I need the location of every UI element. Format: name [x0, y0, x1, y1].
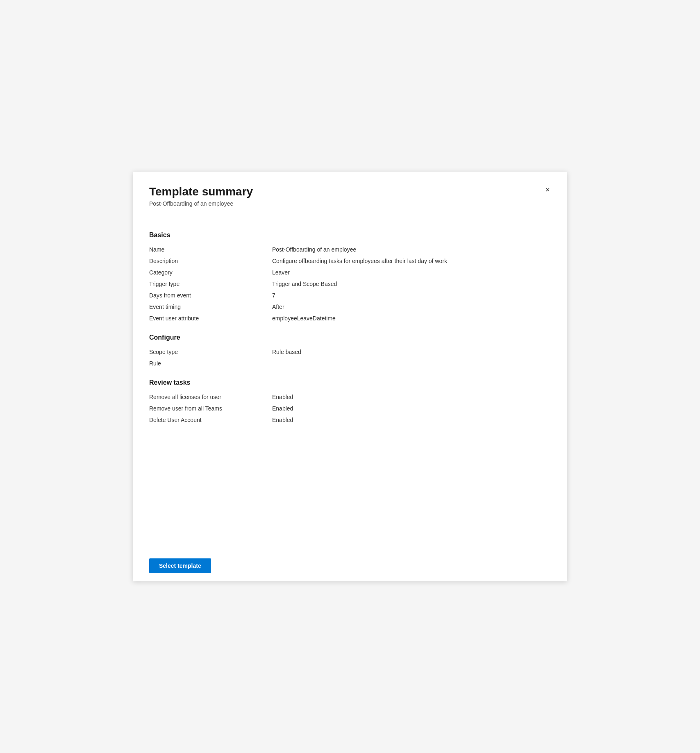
row-label: Category: [149, 269, 272, 276]
basics-heading: Basics: [149, 231, 551, 239]
row-label: Rule: [149, 360, 272, 367]
close-icon: ×: [545, 185, 550, 195]
table-row: Event timing After: [149, 301, 551, 313]
modal-subtitle: Post-Offboarding of an employee: [149, 200, 551, 207]
modal: Template summary Post-Offboarding of an …: [133, 172, 567, 581]
table-row: Name Post-Offboarding of an employee: [149, 244, 551, 255]
configure-section: Configure Scope type Rule based Rule: [149, 334, 551, 369]
row-value: Enabled: [272, 405, 551, 412]
table-row: Delete User Account Enabled: [149, 414, 551, 426]
row-value: 7: [272, 292, 551, 299]
row-label: Trigger type: [149, 281, 272, 287]
table-row: Remove user from all Teams Enabled: [149, 403, 551, 414]
review-tasks-heading: Review tasks: [149, 379, 551, 386]
table-row: Description Configure offboarding tasks …: [149, 255, 551, 267]
table-row: Rule: [149, 358, 551, 369]
row-label: Event timing: [149, 304, 272, 310]
row-value: Trigger and Scope Based: [272, 281, 551, 287]
table-row: Trigger type Trigger and Scope Based: [149, 278, 551, 290]
row-label: Description: [149, 258, 272, 264]
basics-section: Basics Name Post-Offboarding of an emplo…: [149, 231, 551, 324]
row-value: Post-Offboarding of an employee: [272, 246, 551, 253]
table-row: Category Leaver: [149, 267, 551, 278]
row-value: employeeLeaveDatetime: [272, 315, 551, 322]
row-label: Days from event: [149, 292, 272, 299]
configure-heading: Configure: [149, 334, 551, 341]
close-button[interactable]: ×: [541, 183, 554, 196]
modal-title: Template summary: [149, 185, 551, 199]
row-label: Remove user from all Teams: [149, 405, 272, 412]
row-value: Leaver: [272, 269, 551, 276]
row-label: Scope type: [149, 349, 272, 355]
table-row: Remove all licenses for user Enabled: [149, 391, 551, 403]
review-tasks-section: Review tasks Remove all licenses for use…: [149, 379, 551, 426]
row-label: Remove all licenses for user: [149, 394, 272, 400]
row-label: Delete User Account: [149, 417, 272, 423]
table-row: Event user attribute employeeLeaveDateti…: [149, 313, 551, 324]
row-value: Configure offboarding tasks for employee…: [272, 258, 551, 264]
row-label: Name: [149, 246, 272, 253]
modal-footer: Select template: [133, 550, 567, 581]
row-value: After: [272, 304, 551, 310]
modal-header: Template summary Post-Offboarding of an …: [133, 172, 567, 213]
select-template-button[interactable]: Select template: [149, 558, 211, 573]
table-row: Scope type Rule based: [149, 346, 551, 358]
table-row: Days from event 7: [149, 290, 551, 301]
row-value: Enabled: [272, 394, 551, 400]
modal-body: Basics Name Post-Offboarding of an emplo…: [133, 213, 567, 550]
row-value: Rule based: [272, 349, 551, 355]
row-value: Enabled: [272, 417, 551, 423]
row-label: Event user attribute: [149, 315, 272, 322]
